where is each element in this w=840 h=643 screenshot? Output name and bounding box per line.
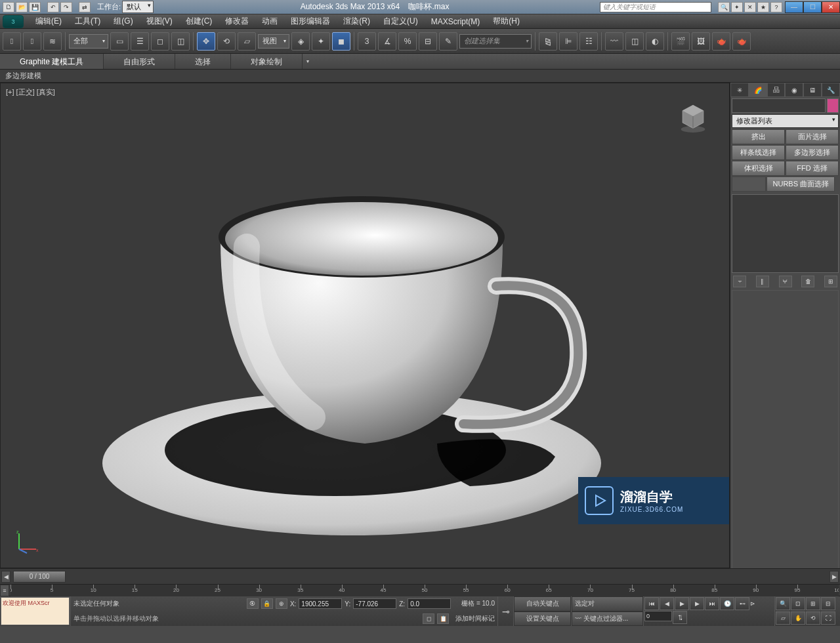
tab-modify-icon[interactable]: 🌈 (749, 83, 767, 97)
ribbon-tab-graphite[interactable]: Graphite 建模工具 (0, 54, 104, 69)
unlink-tool-icon[interactable]: 𖠃 (23, 32, 41, 51)
viewport[interactable]: [+] [正交] [真实] z x (0, 83, 730, 568)
ribbon-tab-paint[interactable]: 对象绘制 (231, 54, 303, 69)
minimize-button[interactable]: — (785, 1, 803, 13)
modbtn-patch-select[interactable]: 面片选择 (786, 129, 839, 144)
selection-set-dd[interactable]: 选定对 (572, 596, 643, 612)
new-icon[interactable]: 🗋 (3, 2, 14, 12)
infocenter-search[interactable]: 键入关键字或短语 (600, 2, 711, 12)
search-go-icon[interactable]: 🔍 (718, 2, 730, 12)
app-menu-icon[interactable]: 3 (3, 15, 24, 28)
frame-spinner-icon[interactable]: ⮁ (673, 611, 687, 624)
link-tool-icon[interactable]: 𖠂 (3, 32, 21, 51)
selection-filter-dropdown[interactable]: 全部 (69, 34, 108, 49)
rollout-area[interactable] (732, 290, 839, 592)
fov-icon[interactable]: ▱ (776, 612, 790, 625)
zoom-extents-icon[interactable]: ⊞ (806, 597, 820, 610)
layer-icon[interactable]: ☷ (579, 32, 598, 51)
pin-stack-icon[interactable]: ⫟ (733, 276, 746, 287)
isolate-icon[interactable]: ◻ (423, 613, 434, 624)
menu-tools[interactable]: 工具(T) (68, 14, 107, 29)
modbtn-blank[interactable] (732, 176, 766, 192)
time-slider[interactable]: 0 / 100 (13, 571, 66, 583)
named-selection-dropdown[interactable]: 创建选择集 (459, 34, 532, 49)
key-filters-button[interactable]: 关键点过滤器... (583, 614, 628, 623)
time-config-icon[interactable]: 🕒 (720, 597, 734, 610)
move-tool-icon[interactable]: ✥ (197, 32, 215, 51)
show-end-icon[interactable]: ∥ (756, 276, 769, 287)
key-step-icon[interactable]: ⊷ (735, 597, 749, 610)
zoom-icon[interactable]: 🔍 (776, 597, 790, 610)
help-icon[interactable]: ? (770, 2, 782, 12)
key-mode-icon[interactable]: ⊸ (497, 596, 513, 626)
modbtn-poly-select[interactable]: 多边形选择 (786, 145, 839, 160)
workspace-dropdown[interactable]: 默认 (122, 1, 154, 13)
menu-help[interactable]: 帮助(H) (486, 14, 526, 29)
ribbon-tab-selection[interactable]: 选择 (175, 54, 231, 69)
object-name-input[interactable] (732, 98, 826, 113)
modbtn-spline-select[interactable]: 样条线选择 (732, 145, 785, 160)
x-coord-input[interactable] (299, 598, 342, 609)
modbtn-ffd-select[interactable]: FFD 选择 (786, 161, 839, 176)
snap-toggle-icon[interactable]: 3 (358, 32, 376, 51)
pan-icon[interactable]: ✋ (791, 612, 805, 625)
prev-frame-icon[interactable]: ◀ (1, 571, 10, 583)
manipulate-icon[interactable]: ✦ (312, 32, 330, 51)
angle-snap-icon[interactable]: ∡ (378, 32, 396, 51)
pivot-icon[interactable]: ◈ (291, 32, 310, 51)
zoom-all-icon[interactable]: ⊡ (791, 597, 805, 610)
render-setup-icon[interactable]: 🎬 (671, 32, 690, 51)
menu-group[interactable]: 组(G) (107, 14, 139, 29)
menu-edit[interactable]: 编辑(E) (29, 14, 68, 29)
remove-mod-icon[interactable]: 🗑 (801, 276, 814, 287)
maximize-viewport-icon[interactable]: ⛶ (821, 612, 835, 625)
select-name-icon[interactable]: ☰ (131, 32, 149, 51)
menu-render[interactable]: 渲染(R) (337, 14, 377, 29)
goto-end-icon[interactable]: ⏭ (705, 597, 719, 610)
render-frame-icon[interactable]: 🖼 (692, 32, 710, 51)
menu-customize[interactable]: 自定义(U) (377, 14, 425, 29)
trackbar-menu-icon[interactable]: ≡ (0, 585, 9, 596)
menu-create[interactable]: 创建(C) (179, 14, 219, 29)
select-object-icon[interactable]: ▭ (110, 32, 129, 51)
add-time-tag[interactable]: 添加时间标记 (455, 614, 495, 623)
play-icon[interactable]: ▶ (675, 597, 689, 610)
material-editor-icon[interactable]: ◐ (646, 32, 664, 51)
autokey-button[interactable]: 自动关键点 (514, 596, 571, 612)
link-icon[interactable]: ⇄ (79, 2, 91, 12)
menu-maxscript[interactable]: MAXScript(M) (425, 15, 487, 28)
goto-start-icon[interactable]: ⏮ (644, 597, 659, 610)
ribbon-expand-icon[interactable]: ▾ (303, 54, 313, 69)
time-ruler[interactable]: 0510152025303540455055606570758085909510… (10, 585, 839, 596)
favorite-icon[interactable]: ★ (757, 2, 769, 12)
tab-create-icon[interactable]: ✳ (730, 83, 749, 97)
configure-icon[interactable]: ⊞ (824, 276, 837, 287)
render-iter-icon[interactable]: 🫖 (732, 32, 751, 51)
align-icon[interactable]: ⊫ (559, 32, 578, 51)
object-color-swatch[interactable] (827, 98, 839, 113)
select-region-icon[interactable]: ◻ (151, 32, 169, 51)
lock-selection-icon[interactable]: ⦿ (247, 598, 259, 609)
window-crossing-icon[interactable]: ◫ (171, 32, 190, 51)
menu-views[interactable]: 视图(V) (140, 14, 179, 29)
modifier-stack[interactable] (732, 194, 839, 273)
tab-motion-icon[interactable]: ◉ (785, 83, 803, 97)
tab-utilities-icon[interactable]: 🔧 (822, 83, 840, 97)
schematic-icon[interactable]: ◫ (625, 32, 644, 51)
bind-tool-icon[interactable]: ≋ (43, 32, 62, 51)
render-prod-icon[interactable]: 🫖 (712, 32, 730, 51)
scale-tool-icon[interactable]: ▱ (238, 32, 256, 51)
curve-editor-icon[interactable]: 〰 (605, 32, 623, 51)
edit-named-icon[interactable]: ✎ (439, 32, 457, 51)
ribbon-tab-freeform[interactable]: 自由形式 (104, 54, 175, 69)
track-bar[interactable]: ≡ 05101520253035404550556065707580859095… (0, 584, 840, 596)
spinner-snap-icon[interactable]: ⊟ (419, 32, 437, 51)
menu-animation[interactable]: 动画 (255, 14, 284, 29)
next-frame-icon[interactable]: ▶ (830, 571, 839, 583)
prev-frame-btn-icon[interactable]: ◀ (660, 597, 674, 610)
orbit-icon[interactable]: ⟲ (806, 612, 820, 625)
zoom-extents-all-icon[interactable]: ⊟ (821, 597, 835, 610)
menu-modifiers[interactable]: 修改器 (219, 14, 255, 29)
modbtn-vol-select[interactable]: 体积选择 (732, 161, 785, 176)
exchange-icon[interactable]: ✕ (744, 2, 756, 12)
